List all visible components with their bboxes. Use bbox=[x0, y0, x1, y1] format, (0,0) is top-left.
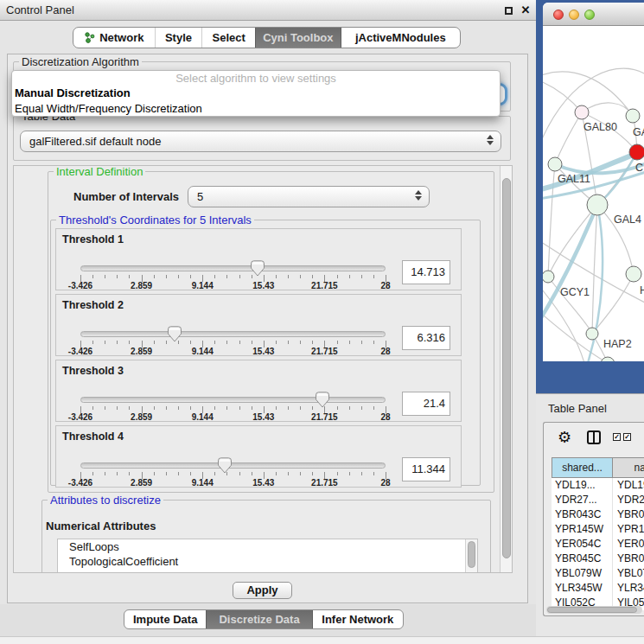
cell-shared-name[interactable]: YBR045C bbox=[552, 552, 613, 566]
table-row[interactable]: YER054CYER054C bbox=[552, 537, 644, 552]
cell-name[interactable]: YDR27 bbox=[613, 493, 644, 507]
checkbox-icon[interactable]: ✓ bbox=[613, 433, 621, 441]
numerical-attributes-list[interactable]: SelfLoopsTopologicalCoefficientBetweenne… bbox=[57, 539, 478, 573]
column-header-name[interactable]: name bbox=[613, 457, 644, 478]
network-edge[interactable] bbox=[543, 68, 644, 147]
attribute-list-item[interactable]: TopologicalCoefficient bbox=[58, 554, 477, 569]
slider-tick bbox=[239, 406, 240, 410]
network-node[interactable] bbox=[626, 266, 641, 282]
column-header-shared-name[interactable]: shared... bbox=[552, 457, 613, 478]
network-edge[interactable] bbox=[555, 112, 582, 164]
cell-name[interactable]: YBL079W bbox=[613, 566, 644, 581]
algorithm-option-manual[interactable]: Manual Discretization bbox=[12, 86, 500, 101]
cell-name[interactable]: YPR145W bbox=[613, 522, 644, 537]
network-node[interactable] bbox=[543, 271, 554, 283]
tab-cyni-toolbox[interactable]: Cyni Toolbox bbox=[255, 28, 341, 48]
table-horizontal-scrollbar-thumb[interactable] bbox=[547, 607, 637, 613]
network-edge[interactable] bbox=[582, 103, 633, 116]
network-edge[interactable] bbox=[592, 205, 597, 334]
slider-track[interactable] bbox=[80, 331, 386, 337]
checkbox-icon[interactable]: ✓ bbox=[623, 433, 631, 441]
attribute-list-item[interactable]: SelfLoops bbox=[58, 539, 477, 554]
window-zoom-icon[interactable] bbox=[584, 10, 595, 20]
tab-network-label: Network bbox=[99, 31, 143, 44]
threshold-value-field[interactable]: 21.4 bbox=[402, 392, 450, 416]
cell-shared-name[interactable]: YBL079W bbox=[552, 566, 613, 581]
tab-jactivemnodules[interactable]: jActiveMNodules bbox=[341, 28, 460, 48]
threshold-value-field[interactable]: 14.713 bbox=[402, 260, 450, 284]
tab-style[interactable]: Style bbox=[155, 28, 202, 48]
cell-name[interactable]: YLR345W bbox=[613, 581, 644, 596]
apply-button[interactable]: Apply bbox=[233, 582, 292, 599]
attributes-list-scrollbar-thumb[interactable] bbox=[468, 541, 475, 568]
algorithm-option-equal-width[interactable]: Equal Width/Frequency Discretization bbox=[12, 101, 500, 117]
network-edge[interactable] bbox=[548, 205, 597, 277]
network-edge[interactable] bbox=[548, 164, 555, 277]
threshold-value-field[interactable]: 6.316 bbox=[402, 326, 450, 350]
cell-shared-name[interactable]: YDR27... bbox=[552, 493, 613, 507]
network-node[interactable] bbox=[548, 157, 562, 171]
table-row[interactable]: YBR045CYBR045C bbox=[552, 552, 644, 566]
tab-discretize-data[interactable]: Discretize Data bbox=[206, 610, 311, 628]
float-window-icon[interactable] bbox=[505, 7, 513, 15]
slider-tick bbox=[312, 275, 313, 278]
threshold-slider[interactable] bbox=[80, 462, 386, 469]
window-minimize-icon[interactable] bbox=[569, 10, 579, 20]
slider-tick bbox=[361, 341, 362, 344]
slider-tick bbox=[252, 406, 252, 410]
network-window-titlebar[interactable] bbox=[543, 3, 644, 26]
tab-impute-data[interactable]: Impute Data bbox=[124, 610, 206, 628]
table-row[interactable]: YDL19...YDL19 bbox=[552, 478, 644, 493]
cell-name[interactable]: YDL19 bbox=[613, 478, 644, 493]
table-horizontal-scrollbar[interactable] bbox=[546, 606, 642, 614]
control-panel-titlebar: Control Panel ✕ bbox=[0, 0, 536, 21]
slider-track[interactable] bbox=[80, 462, 386, 469]
settings-gear-icon[interactable]: ⚙ bbox=[558, 427, 571, 448]
network-node[interactable] bbox=[601, 357, 615, 361]
settings-scrollbar-thumb[interactable] bbox=[502, 178, 511, 558]
cell-shared-name[interactable]: YDL19... bbox=[552, 478, 613, 493]
attribute-list-item[interactable]: BetweennessCentrality bbox=[58, 569, 477, 573]
cell-name[interactable]: YER054C bbox=[613, 537, 644, 552]
slider-tick bbox=[361, 472, 362, 475]
slider-track[interactable] bbox=[80, 265, 386, 271]
threshold-slider[interactable] bbox=[80, 397, 386, 404]
network-edge[interactable] bbox=[543, 80, 582, 112]
threshold-slider[interactable] bbox=[80, 265, 386, 272]
tab-network[interactable]: Network bbox=[73, 28, 155, 48]
network-node-label: HAP2 bbox=[603, 338, 632, 350]
network-node[interactable] bbox=[629, 144, 644, 160]
table-data-combobox[interactable]: galFiltered.sif default node bbox=[20, 131, 501, 152]
cell-name[interactable]: YBR043C bbox=[613, 507, 644, 522]
threshold-value-field[interactable]: 11.344 bbox=[402, 457, 450, 481]
cell-shared-name[interactable]: YBR043C bbox=[552, 507, 613, 522]
network-node[interactable] bbox=[626, 109, 640, 123]
table-row[interactable]: YLR345WYLR345W bbox=[552, 581, 644, 596]
table-row[interactable]: YBR043CYBR043C bbox=[552, 507, 644, 522]
table-row[interactable]: YPR145WYPR145W bbox=[552, 522, 644, 537]
network-node[interactable] bbox=[575, 105, 589, 119]
cell-name[interactable]: YBR045C bbox=[613, 552, 644, 566]
number-of-intervals-spinner[interactable]: 5 bbox=[188, 186, 430, 207]
table-row[interactable]: YDR27...YDR27 bbox=[552, 493, 644, 507]
cell-shared-name[interactable]: YPR145W bbox=[552, 522, 613, 537]
network-node[interactable] bbox=[586, 328, 598, 340]
network-node[interactable] bbox=[587, 194, 608, 215]
tab-infer-network[interactable]: Infer Network bbox=[312, 610, 403, 628]
threshold-slider[interactable] bbox=[80, 331, 386, 338]
network-canvas[interactable]: GAL80GACGAL11GAL4GCY1HHAP2 bbox=[543, 26, 644, 361]
network-edge[interactable] bbox=[592, 274, 634, 334]
close-icon[interactable]: ✕ bbox=[519, 3, 532, 18]
attributes-list-scrollbar[interactable] bbox=[465, 539, 477, 573]
cell-shared-name[interactable]: YER054C bbox=[552, 537, 613, 552]
slider-track[interactable] bbox=[80, 397, 386, 403]
window-close-icon[interactable] bbox=[553, 10, 564, 20]
column-layout-icon[interactable] bbox=[587, 430, 601, 444]
settings-vertical-scrollbar[interactable] bbox=[500, 166, 513, 573]
slider-tick bbox=[190, 341, 191, 344]
cell-shared-name[interactable]: YLR345W bbox=[552, 581, 613, 596]
axis-tick-label: -3.426 bbox=[68, 478, 92, 488]
table-row[interactable]: YBL079WYBL079W bbox=[552, 566, 644, 581]
tab-select[interactable]: Select bbox=[201, 28, 255, 48]
network-view-window[interactable]: GAL80GACGAL11GAL4GCY1HHAP2 bbox=[543, 3, 644, 361]
